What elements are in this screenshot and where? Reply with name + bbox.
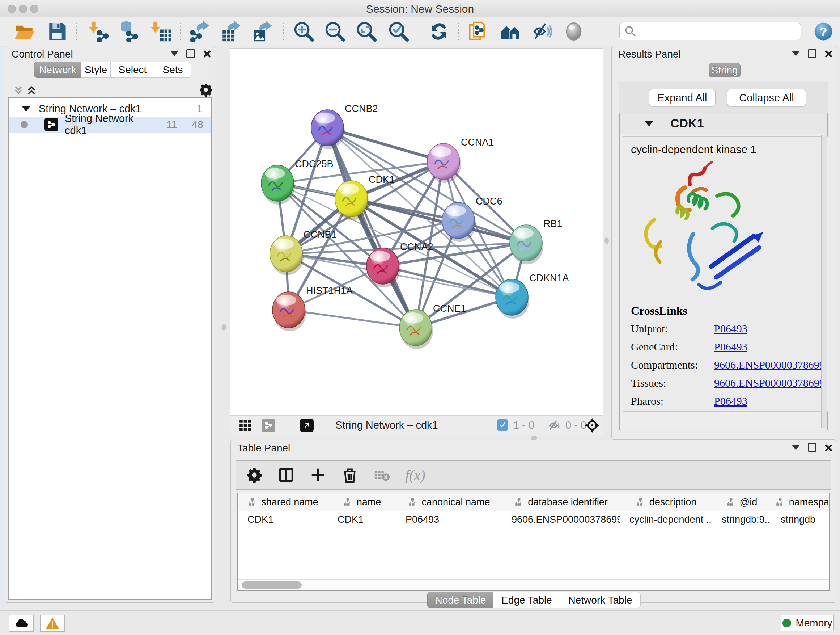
- column-header-description[interactable]: description: [620, 494, 712, 511]
- uniprot-link[interactable]: P06493: [714, 323, 747, 334]
- collapse-all-chevron-icon[interactable]: [12, 84, 25, 96]
- show-eye-icon[interactable]: [562, 20, 585, 43]
- zoom-in-icon[interactable]: [292, 20, 316, 43]
- table-cell[interactable]: stringdb:9...: [712, 511, 771, 528]
- tab-string[interactable]: String: [709, 63, 741, 78]
- tab-node-table[interactable]: Node Table: [427, 592, 494, 608]
- panel-menu-icon[interactable]: [792, 445, 800, 450]
- zoom-out-icon[interactable]: [324, 20, 347, 43]
- network-node[interactable]: CDKN1A: [496, 272, 569, 318]
- network-node[interactable]: RB1: [510, 218, 562, 264]
- panel-float-icon[interactable]: [808, 49, 816, 58]
- export-network-icon[interactable]: [188, 20, 211, 43]
- help-icon[interactable]: ?: [812, 20, 835, 43]
- zoom-selected-icon[interactable]: [387, 20, 410, 43]
- genecard-link[interactable]: P06493: [714, 340, 747, 353]
- column-header-shared-name[interactable]: shared name: [238, 494, 328, 511]
- panel-float-icon[interactable]: [186, 49, 195, 58]
- table-cell[interactable]: CDK1: [238, 511, 328, 528]
- import-network-icon[interactable]: [87, 20, 110, 43]
- compartments-link[interactable]: 9606.ENSP00000378699: [714, 359, 825, 371]
- table-cell[interactable]: cyclin-dependent ...: [620, 511, 712, 528]
- column-header-namespace[interactable]: namespace: [771, 494, 830, 511]
- import-table-icon[interactable]: [150, 20, 173, 43]
- column-header--id[interactable]: @id: [712, 494, 771, 511]
- tab-sets[interactable]: Sets: [154, 62, 191, 78]
- network-row-selected[interactable]: String Network – cdk1 11 48: [9, 117, 211, 133]
- tab-network[interactable]: Network: [34, 62, 81, 78]
- tab-network-table[interactable]: Network Table: [560, 592, 641, 608]
- panel-close-icon[interactable]: [824, 50, 832, 57]
- cloud-button[interactable]: [9, 615, 34, 632]
- detach-view-icon[interactable]: [300, 418, 314, 432]
- node-table: shared namenamecanonical namedatabase id…: [237, 493, 830, 591]
- add-column-icon[interactable]: [309, 467, 326, 483]
- clone-network-icon[interactable]: [467, 20, 490, 43]
- panel-float-icon[interactable]: [808, 443, 816, 452]
- column-header-database-identifier[interactable]: database identifier: [502, 494, 620, 511]
- tree-expander-icon[interactable]: [21, 106, 31, 111]
- panel-menu-icon[interactable]: [792, 51, 800, 56]
- table-cell[interactable]: CDK1: [328, 511, 396, 528]
- network-node[interactable]: CCNA1: [427, 137, 494, 183]
- hidden-eye-icon[interactable]: [548, 419, 561, 432]
- tab-edge-table[interactable]: Edge Table: [493, 592, 561, 608]
- table-horizontal-scrollbar[interactable]: [238, 579, 829, 591]
- network-view-icon[interactable]: [262, 418, 275, 432]
- panel-close-icon[interactable]: [824, 444, 832, 451]
- pharos-link[interactable]: P06493: [714, 395, 747, 407]
- table-row[interactable]: CDK1CDK1P064939606.ENSP00000378699cyclin…: [238, 511, 829, 528]
- delete-column-icon[interactable]: [341, 467, 358, 483]
- refresh-icon[interactable]: [427, 20, 450, 43]
- vertical-splitter-handle[interactable]: [222, 324, 226, 331]
- open-session-icon[interactable]: [13, 20, 36, 43]
- export-table-icon[interactable]: [219, 20, 242, 43]
- network-node[interactable]: CCNE1: [399, 303, 466, 349]
- panel-close-icon[interactable]: [203, 50, 210, 57]
- protein-details: cyclin-dependent kinase 1: [622, 136, 828, 412]
- tissues-link[interactable]: 9606.ENSP00000378699: [714, 377, 825, 389]
- search-input[interactable]: [639, 25, 801, 37]
- table-cell[interactable]: stringdb: [771, 511, 830, 528]
- table-cell[interactable]: P06493: [396, 511, 502, 528]
- column-header-name[interactable]: name: [328, 494, 396, 511]
- network-edge[interactable]: [289, 310, 416, 328]
- results-scrollbar[interactable]: [821, 135, 827, 428]
- hide-selection-eye-icon[interactable]: [531, 20, 554, 43]
- delete-table-icon[interactable]: [373, 467, 390, 483]
- home-icon[interactable]: [499, 20, 522, 43]
- save-session-icon[interactable]: [46, 20, 69, 43]
- export-image-icon[interactable]: [250, 20, 273, 43]
- import-database-icon[interactable]: [117, 20, 140, 43]
- panel-menu-icon[interactable]: [171, 51, 178, 56]
- function-builder-icon[interactable]: f(x): [405, 467, 425, 484]
- network-node[interactable]: CCNB2: [311, 103, 378, 149]
- warnings-button[interactable]: [40, 615, 65, 632]
- network-canvas[interactable]: CCNB2CCNA1CDC25BCDK1CDC6RB1CCNB1CCNA2CDK…: [230, 48, 603, 415]
- node-label: CDC25B: [295, 158, 333, 169]
- table-cell[interactable]: 9606.ENSP00000378699: [502, 511, 620, 528]
- birds-eye-crosshair-icon[interactable]: [584, 417, 600, 433]
- tab-select[interactable]: Select: [111, 62, 155, 78]
- column-header-canonical-name[interactable]: canonical name: [396, 494, 502, 511]
- expand-all-chevron-icon[interactable]: [25, 84, 38, 96]
- section-collapse-icon[interactable]: [644, 120, 654, 126]
- network-node[interactable]: HIST1H1A: [272, 285, 353, 331]
- grid-view-icon[interactable]: [238, 418, 252, 432]
- show-columns-icon[interactable]: [278, 467, 294, 483]
- collapse-all-button[interactable]: Collapse All: [727, 89, 806, 106]
- svg-text:?: ?: [819, 25, 827, 39]
- gear-icon[interactable]: [199, 82, 213, 97]
- zoom-fit-icon[interactable]: [355, 20, 378, 43]
- node-label: CCNA2: [400, 241, 433, 252]
- table-gear-icon[interactable]: [246, 467, 263, 483]
- protein-section-header[interactable]: CDK1: [620, 113, 827, 134]
- vertical-splitter-handle[interactable]: [605, 238, 609, 244]
- title-bar: Session: New Session: [0, 0, 840, 17]
- tab-style[interactable]: Style: [81, 62, 111, 78]
- scrollbar-thumb[interactable]: [242, 581, 302, 589]
- expand-all-button[interactable]: Expand All: [649, 89, 715, 106]
- memory-button[interactable]: Memory: [781, 615, 834, 631]
- collapsed-panel-strip[interactable]: [0, 46, 4, 602]
- selected-checkbox-icon[interactable]: [497, 419, 508, 431]
